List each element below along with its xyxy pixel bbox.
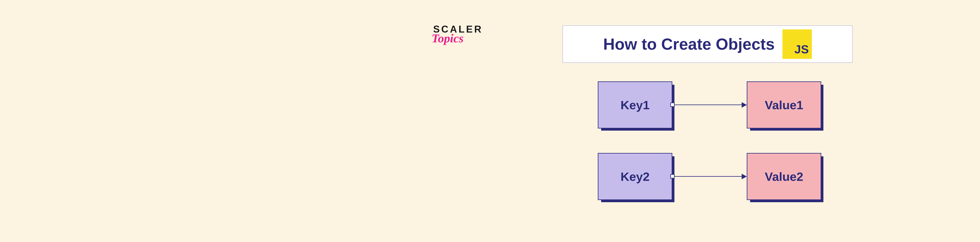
arrow-head-icon (742, 102, 747, 108)
arrow-key1-to-value1 (673, 105, 746, 105)
key2-label: Key2 (620, 170, 649, 183)
arrow-head-icon (742, 174, 747, 179)
arrow-start-icon (670, 174, 675, 178)
arrow-start-icon (670, 103, 675, 107)
key2-box: Key2 (598, 153, 672, 200)
value1-label: Value1 (765, 98, 803, 112)
key1-box: Key1 (598, 81, 672, 129)
value2-label: Value2 (765, 170, 803, 183)
title-box: How to Create Objects JS (563, 25, 853, 63)
value2-box: Value2 (747, 153, 821, 200)
title-text: How to Create Objects (603, 35, 775, 53)
js-badge: JS (783, 29, 812, 59)
value1-box: Value1 (747, 81, 821, 129)
scaler-topics-logo: SCALER Topics (433, 24, 483, 45)
js-badge-text: JS (794, 43, 809, 56)
arrow-key2-to-value2 (673, 176, 746, 177)
key1-label: Key1 (620, 98, 649, 112)
